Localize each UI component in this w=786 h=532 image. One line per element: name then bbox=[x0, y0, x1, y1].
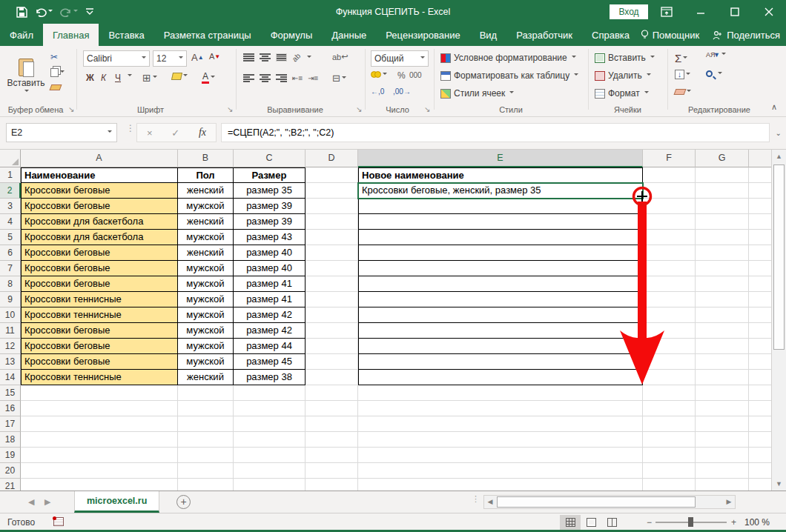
cell-D19[interactable] bbox=[306, 448, 358, 463]
enter-icon[interactable]: ✓ bbox=[171, 127, 179, 139]
cell-G3[interactable] bbox=[696, 199, 749, 214]
cell-C11[interactable]: размер 42 bbox=[234, 323, 306, 339]
align-right-icon[interactable] bbox=[276, 74, 287, 82]
cell-B4[interactable]: женский bbox=[178, 214, 234, 230]
tab-home[interactable]: Главная bbox=[43, 24, 99, 46]
zoom-slider-thumb[interactable] bbox=[688, 517, 693, 527]
cell-E11[interactable] bbox=[358, 323, 643, 339]
column-header-D[interactable]: D bbox=[306, 150, 358, 167]
cell-B11[interactable]: мужской bbox=[178, 323, 234, 339]
row-header-10[interactable]: 10 bbox=[0, 307, 21, 323]
cell-F12[interactable] bbox=[643, 339, 696, 354]
zoom-out-icon[interactable]: − bbox=[647, 517, 652, 528]
row-header-5[interactable]: 5 bbox=[0, 230, 21, 245]
cell-F15[interactable] bbox=[643, 385, 696, 401]
insert-function-icon[interactable]: fx bbox=[199, 127, 206, 139]
cell-D8[interactable] bbox=[306, 276, 358, 292]
row-header-7[interactable]: 7 bbox=[0, 261, 21, 276]
cell-G15[interactable] bbox=[696, 385, 749, 401]
cell-F1[interactable] bbox=[643, 167, 696, 183]
cell-H15[interactable] bbox=[749, 385, 772, 401]
cell-A10[interactable]: Кроссовки теннисные bbox=[21, 307, 178, 323]
cell-F20[interactable] bbox=[643, 463, 696, 479]
cell-B16[interactable] bbox=[178, 401, 234, 416]
insert-cells-button[interactable]: Вставить bbox=[595, 53, 655, 63]
paste-dropdown-icon[interactable] bbox=[24, 90, 29, 94]
cell-E7[interactable] bbox=[358, 261, 643, 276]
redo-dropdown-icon[interactable] bbox=[73, 10, 78, 14]
cell-A13[interactable]: Кроссовки беговые bbox=[21, 354, 178, 370]
cell-D16[interactable] bbox=[306, 401, 358, 416]
cell-C2[interactable]: размер 35 bbox=[234, 183, 306, 199]
cell-H18[interactable] bbox=[749, 432, 772, 448]
cell-B12[interactable]: мужской bbox=[178, 339, 234, 354]
tab-developer[interactable]: Разработчик bbox=[506, 24, 582, 46]
cell-D2[interactable] bbox=[306, 183, 358, 199]
redo-icon[interactable] bbox=[60, 7, 78, 17]
format-painter-button[interactable] bbox=[50, 84, 61, 90]
percent-style-button[interactable]: % bbox=[397, 70, 406, 81]
orientation-button[interactable]: ab bbox=[291, 52, 303, 64]
cell-A8[interactable]: Кроссовки беговые bbox=[21, 276, 178, 292]
tab-formulas[interactable]: Формулы bbox=[261, 24, 323, 46]
cell-C1[interactable]: Размер bbox=[234, 167, 306, 183]
minimize-button[interactable] bbox=[684, 0, 718, 24]
cell-F2[interactable] bbox=[643, 183, 696, 199]
maximize-button[interactable] bbox=[718, 0, 752, 24]
cell-G4[interactable] bbox=[696, 214, 749, 230]
page-layout-view-button[interactable] bbox=[581, 515, 601, 530]
font-color-button[interactable]: А bbox=[202, 71, 215, 84]
cell-B15[interactable] bbox=[178, 385, 234, 401]
column-header-B[interactable]: B bbox=[178, 150, 234, 167]
column-header-partial[interactable] bbox=[749, 150, 772, 167]
fill-color-button[interactable] bbox=[172, 73, 188, 80]
cell-B10[interactable]: мужской bbox=[178, 307, 234, 323]
scroll-left-icon[interactable]: ◀ bbox=[484, 496, 496, 508]
cell-F13[interactable] bbox=[643, 354, 696, 370]
cell-A6[interactable]: Кроссовки беговые bbox=[21, 245, 178, 261]
column-header-A[interactable]: A bbox=[21, 150, 178, 167]
align-center-icon[interactable] bbox=[260, 74, 271, 82]
format-cells-button[interactable]: Формат bbox=[595, 88, 649, 99]
cell-C15[interactable] bbox=[234, 385, 306, 401]
cell-F10[interactable] bbox=[643, 307, 696, 323]
cell-G8[interactable] bbox=[696, 276, 749, 292]
row-header-12[interactable]: 12 bbox=[0, 339, 21, 354]
cell-C19[interactable] bbox=[234, 448, 306, 463]
cell-H4[interactable] bbox=[749, 214, 772, 230]
cell-H9[interactable] bbox=[749, 292, 772, 307]
horizontal-scrollbar[interactable]: ◀ ▶ bbox=[483, 495, 736, 509]
select-all-corner[interactable] bbox=[0, 150, 21, 167]
cell-A17[interactable] bbox=[21, 416, 178, 432]
cell-H2[interactable] bbox=[749, 183, 772, 199]
cell-A14[interactable]: Кроссовки теннисные bbox=[21, 370, 178, 385]
cell-C4[interactable]: размер 39 bbox=[234, 214, 306, 230]
cell-A21[interactable] bbox=[21, 479, 178, 491]
vertical-scrollbar[interactable]: ▲ ▼ bbox=[771, 150, 786, 491]
sign-in-button[interactable]: Вход bbox=[610, 4, 648, 19]
cell-H7[interactable] bbox=[749, 261, 772, 276]
cell-G12[interactable] bbox=[696, 339, 749, 354]
align-bottom-icon[interactable] bbox=[276, 53, 287, 61]
zoom-in-icon[interactable]: + bbox=[731, 517, 736, 528]
cell-B14[interactable]: женский bbox=[178, 370, 234, 385]
column-header-G[interactable]: G bbox=[696, 150, 749, 167]
horizontal-scroll-thumb[interactable] bbox=[497, 496, 696, 508]
cell-D9[interactable] bbox=[306, 292, 358, 307]
cell-D21[interactable] bbox=[306, 479, 358, 491]
tab-help[interactable]: Справка bbox=[582, 24, 639, 46]
cell-E8[interactable] bbox=[358, 276, 643, 292]
undo-icon[interactable] bbox=[35, 7, 53, 17]
cell-D18[interactable] bbox=[306, 432, 358, 448]
cell-G18[interactable] bbox=[696, 432, 749, 448]
cell-E17[interactable] bbox=[358, 416, 643, 432]
find-select-button[interactable] bbox=[706, 70, 722, 77]
cell-A2[interactable]: Кроссовки беговые bbox=[21, 183, 178, 199]
cell-B6[interactable]: женский bbox=[178, 245, 234, 261]
close-button[interactable] bbox=[752, 0, 786, 24]
cell-E5[interactable] bbox=[358, 230, 643, 245]
cell-D7[interactable] bbox=[306, 261, 358, 276]
cell-F8[interactable] bbox=[643, 276, 696, 292]
cell-C17[interactable] bbox=[234, 416, 306, 432]
cell-E6[interactable] bbox=[358, 245, 643, 261]
